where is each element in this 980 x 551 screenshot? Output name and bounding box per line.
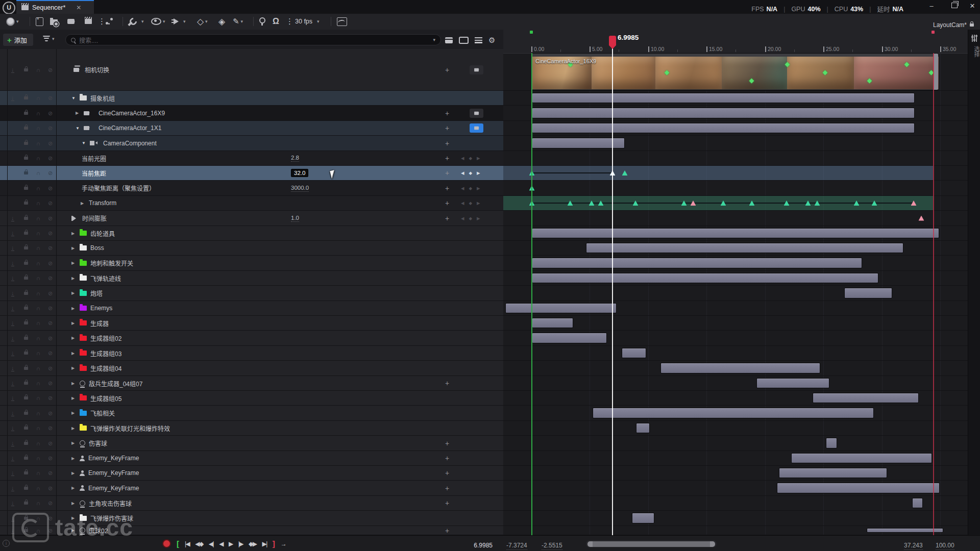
playhead-line[interactable] — [612, 48, 613, 535]
section-bar[interactable] — [586, 243, 903, 253]
expander-icon[interactable]: ▶ — [71, 471, 76, 475]
add-section-button[interactable]: + — [445, 139, 449, 147]
lock-toggle-icon[interactable] — [24, 471, 28, 474]
track-row[interactable]: ↓∩⊘▶炮塔 — [0, 286, 503, 301]
timeline-track-row[interactable] — [503, 331, 968, 346]
prev-key-icon[interactable]: ◀ — [461, 201, 464, 206]
curve-editor-button[interactable] — [337, 16, 347, 27]
section-bar[interactable] — [532, 138, 625, 148]
lock-toggle-icon[interactable] — [24, 232, 28, 235]
unreal-logo-icon[interactable]: U — [3, 2, 15, 14]
mute-toggle-icon[interactable]: ⊘ — [48, 170, 53, 176]
track-row[interactable]: ↓∩⊘▶飞弹轨迹线 — [0, 271, 503, 286]
track-row[interactable]: ↓∩⊘▶Enemy_KeyFrame+ — [0, 451, 503, 466]
expander-icon[interactable]: ▼ — [82, 141, 86, 145]
lock-toggle-icon[interactable] — [24, 187, 28, 190]
pin-toggle-icon[interactable]: ↓ — [11, 350, 14, 356]
timeline-track-row[interactable] — [503, 511, 968, 526]
track-row[interactable]: ↓∩⊘▶飞船相关 — [0, 406, 503, 421]
lock-toggle-icon[interactable] — [24, 246, 28, 249]
pin-toggle-icon[interactable]: ↓ — [11, 365, 14, 371]
view-range-start[interactable]: -7.3724 — [506, 542, 527, 550]
expander-icon[interactable]: ▶ — [71, 396, 76, 400]
track-row[interactable]: ↓∩⊘▶Enemy_KeyFrame+ — [0, 466, 503, 481]
auto-key-button[interactable]: ◈ — [218, 16, 225, 27]
section-bar[interactable] — [756, 378, 829, 388]
timeline-track-row[interactable] — [503, 391, 968, 406]
section-bar[interactable] — [636, 423, 650, 433]
mute-toggle-icon[interactable]: ⊘ — [48, 410, 53, 416]
lock-toggle-icon[interactable] — [24, 502, 28, 505]
track-row[interactable]: ∩⊘当前焦距32.0+◀◆▶ — [0, 166, 503, 181]
track-row[interactable]: ∩⊘当前光圈2.8+◀◆▶ — [0, 151, 503, 166]
add-section-button[interactable]: + — [445, 184, 449, 192]
track-row[interactable]: ∩⊘▶CineCameraActor_16X9+ — [0, 106, 503, 121]
solo-toggle-icon[interactable]: ∩ — [36, 110, 40, 116]
mute-toggle-icon[interactable]: ⊘ — [48, 306, 53, 311]
actor-sequence-button[interactable] — [105, 16, 113, 27]
track-value[interactable]: 3000.0 — [291, 185, 309, 192]
mute-toggle-icon[interactable]: ⊘ — [48, 276, 53, 281]
timeline-track-row[interactable] — [503, 451, 968, 466]
timeline-track-row[interactable] — [503, 136, 968, 151]
add-key-icon[interactable]: ◆ — [469, 186, 473, 191]
lock-toggle-icon[interactable] — [24, 367, 28, 370]
edit-mode-button[interactable]: ✎▾ — [233, 16, 243, 27]
spawn-marker-button[interactable] — [259, 16, 265, 27]
add-section-button[interactable]: + — [445, 199, 449, 207]
snap-button[interactable]: Ω — [273, 16, 279, 27]
restore-button[interactable] — [951, 3, 958, 8]
set-end-button[interactable]: ] — [273, 539, 275, 548]
mute-toggle-icon[interactable]: ⊘ — [48, 67, 53, 72]
end-marker[interactable] — [932, 31, 935, 34]
expander-icon[interactable]: ▼ — [76, 126, 80, 131]
to-front-button[interactable]: |◀ — [185, 540, 189, 547]
section-bar[interactable] — [532, 273, 878, 283]
solo-toggle-icon[interactable]: ∩ — [36, 215, 40, 221]
timeline-track-row[interactable] — [503, 196, 968, 211]
lock-toggle-icon[interactable] — [24, 292, 28, 295]
track-row[interactable]: ↓∩⊘▶Enemy_KeyFrame+ — [0, 481, 503, 496]
mute-toggle-icon[interactable]: ⊘ — [48, 126, 53, 131]
section-bar[interactable] — [532, 108, 915, 118]
section-bar[interactable] — [777, 483, 940, 493]
lock-toggle-icon[interactable] — [24, 352, 28, 355]
section-bar[interactable] — [532, 123, 915, 133]
pin-toggle-icon[interactable]: ↓ — [11, 215, 14, 221]
timeline-track-row[interactable] — [503, 481, 968, 496]
section-bar[interactable] — [532, 318, 573, 328]
track-row[interactable]: ↓∩⊘▼摄象机组 — [0, 91, 503, 106]
expander-icon[interactable]: ▶ — [71, 456, 76, 461]
expander-icon[interactable]: ▶ — [71, 261, 76, 265]
timeline-area[interactable]: 0.005.0010.0015.0020.0025.0030.0035.00Ci… — [503, 30, 968, 535]
mute-toggle-icon[interactable]: ⊘ — [48, 515, 53, 521]
solo-toggle-icon[interactable]: ∩ — [36, 95, 40, 101]
lock-toggle-icon[interactable] — [24, 321, 28, 324]
next-key-icon[interactable]: ▶ — [477, 186, 480, 191]
timeline-track-row[interactable] — [503, 151, 968, 166]
solo-toggle-icon[interactable]: ∩ — [36, 485, 40, 491]
pin-toggle-icon[interactable]: ↓ — [11, 67, 14, 73]
expander-icon[interactable]: ▼ — [71, 96, 76, 101]
expander-icon[interactable]: ▶ — [71, 276, 76, 281]
lock-toggle-icon[interactable] — [24, 412, 28, 415]
section-end-handle[interactable] — [934, 54, 938, 90]
add-section-button[interactable]: + — [445, 214, 449, 222]
track-row[interactable]: ↓∩⊘▶生成器组02 — [0, 331, 503, 346]
solo-toggle-icon[interactable]: ∩ — [36, 201, 40, 206]
set-start-button[interactable]: [ — [177, 539, 179, 548]
lock-toggle-icon[interactable] — [24, 529, 28, 532]
working-range-start[interactable]: -2.5515 — [542, 542, 562, 550]
track-row[interactable]: ↓∩⊘▶生成器组04 — [0, 361, 503, 376]
view-options-button[interactable]: ▾ — [151, 16, 165, 27]
track-row[interactable]: ↓∩⊘▶地刺和触发开关 — [0, 256, 503, 271]
next-key-icon[interactable]: ▶ — [477, 170, 480, 176]
lock-toggle-icon[interactable] — [24, 307, 28, 310]
pin-toggle-icon[interactable]: ↓ — [11, 380, 14, 386]
section-bar[interactable] — [532, 228, 939, 238]
solo-toggle-icon[interactable]: ∩ — [36, 290, 40, 296]
lock-toggle-icon[interactable] — [24, 96, 28, 99]
close-button[interactable]: ✕ — [968, 2, 977, 10]
fps-dropdown[interactable]: 30 fps▾ — [295, 16, 320, 27]
next-key-icon[interactable]: ▶ — [477, 216, 480, 221]
